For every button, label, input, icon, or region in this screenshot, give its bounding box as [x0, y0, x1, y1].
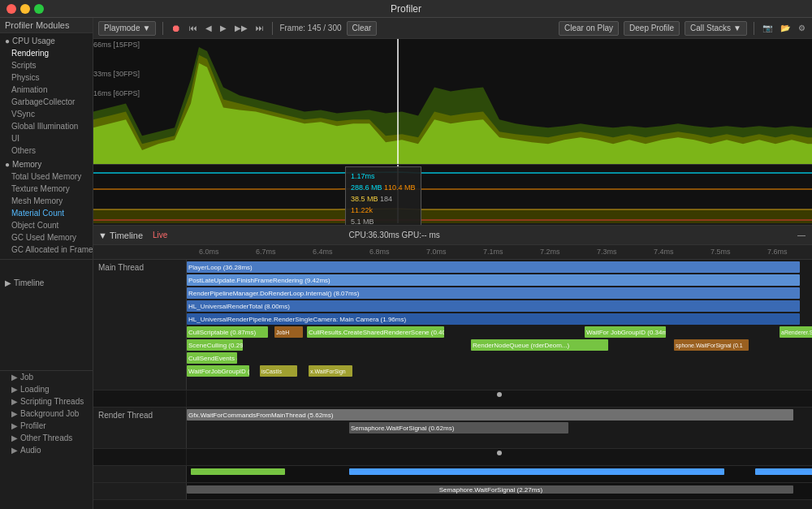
sidebar-item-vsync[interactable]: VSync [0, 108, 93, 120]
memory-chart[interactable]: 1.17ms 288.6 MB 110.4 MB 38.5 MB 184 11.… [93, 165, 812, 223]
bar-playerloop[interactable]: PlayerLoop (36.28ms) [187, 261, 800, 273]
timeline-section-label[interactable]: ▶ Timeline [0, 275, 93, 289]
bar-renderpipeline[interactable]: RenderPipelineManager.DoRenderLoop.Inter… [187, 287, 800, 299]
gap-label [93, 390, 187, 407]
sidebar-item-material-count[interactable]: Material Count [0, 207, 93, 219]
sidebar-item-profiler[interactable]: ▶Profiler [0, 420, 93, 432]
sidebar-item-gc[interactable]: GarbageCollector [0, 96, 93, 108]
maximize-button[interactable] [34, 4, 44, 14]
bar-job-1[interactable] [191, 468, 285, 475]
sidebar-item-scripts[interactable]: Scripts [0, 59, 93, 71]
toolbar-sep-1 [162, 22, 163, 35]
minimize-button[interactable] [20, 4, 30, 14]
sidebar-item-mesh-memory[interactable]: Mesh Memory [0, 195, 93, 207]
frame-label: Frame: 145 / 300 [279, 24, 341, 32]
sidebar-item-total-memory[interactable]: Total Used Memory [0, 170, 93, 183]
timeline-collapse-button[interactable]: — [796, 231, 807, 239]
bar-cullresults[interactable]: CullResults.CreateSharedRendererScene (0… [307, 326, 444, 338]
job-track-content[interactable] [187, 466, 812, 482]
bar-waitforjob2[interactable]: WaitForJobGroupID (0.18ms) [187, 365, 249, 377]
call-stacks-button[interactable]: Call Stacks ▼ [685, 21, 747, 36]
bar-semaphore[interactable]: Semaphore.WaitForSignal (0.62ms) [349, 422, 568, 434]
bar-iscastis[interactable]: isCastIs [260, 365, 297, 377]
expand-indicator[interactable] [497, 392, 502, 397]
sidebar-item-gc-used[interactable]: GC Used Memory [0, 231, 93, 244]
settings-button[interactable]: ⚙ [797, 24, 807, 32]
clear-on-play-button[interactable]: Clear on Play [559, 21, 619, 36]
sidebar-item-gi[interactable]: Global Illumination [0, 120, 93, 132]
memory-section[interactable]: ● Memory [0, 157, 93, 170]
playmode-button[interactable]: Playmode ▼ [98, 21, 156, 36]
fps-15-label: 16ms [60FPS] [93, 89, 140, 97]
render-thread-content[interactable]: Gfx.WaitForCommandsFromMainThread (5.62m… [187, 408, 812, 448]
tick-6: 7.2ms [540, 248, 560, 256]
bar-jobhandle[interactable]: JobH [274, 326, 303, 338]
timeline-section-text: Timeline [14, 278, 44, 287]
bar-semaphore-bottom[interactable]: Semaphore.WaitForSignal (2.27ms) [187, 485, 793, 494]
bar-gfx-wait[interactable]: Gfx.WaitForCommandsFromMainThread (5.62m… [187, 409, 793, 421]
close-button[interactable] [6, 4, 16, 14]
sidebar-item-rendering[interactable]: Rendering [0, 47, 93, 59]
sidebar-item-physics[interactable]: Physics [0, 71, 93, 84]
fps-30-label: 33ms [30FPS] [93, 70, 140, 78]
bar-xwaitforsign[interactable]: x.WaitForSign [309, 365, 352, 377]
bar-sceneculling[interactable]: SceneCulling (0.29ms) [187, 339, 243, 351]
cpu-chart[interactable]: 66ms [15FPS] 33ms [30FPS] 16ms [60FPS] [93, 39, 812, 165]
sidebar-header-label: Profiler Modules [5, 20, 69, 30]
sidebar-item-other-threads[interactable]: ▶Other Threads [0, 432, 93, 444]
mesh-memory-fill [93, 209, 812, 223]
cpu-chart-svg [93, 39, 812, 164]
expand-indicator-2[interactable] [497, 451, 502, 455]
bar-postlateupdate[interactable]: PostLateUpdate.FinishFrameRendering (9.4… [187, 274, 800, 286]
bar-cull-scriptable[interactable]: CullScriptable (0.87ms) [187, 326, 268, 338]
memory-chart-svg [93, 165, 812, 223]
sidebar-item-background-job[interactable]: ▶Background Job [0, 408, 93, 420]
profiler-track-content[interactable]: Semaphore.WaitForSignal (2.27ms) [187, 483, 812, 499]
sidebar-item-loading[interactable]: ▶Loading [0, 383, 93, 395]
deep-profile-button[interactable]: Deep Profile [624, 21, 680, 36]
step-forward-button[interactable]: ▶▶ [233, 24, 249, 32]
profiler-track-label [93, 483, 187, 499]
sidebar-item-object-count[interactable]: Object Count [0, 219, 93, 231]
bar-cullsendevents[interactable]: CullSendEvents (0.23ms) [187, 352, 237, 364]
sidebar-item-texture-memory[interactable]: Texture Memory [0, 183, 93, 195]
timeline-content[interactable]: Main Thread PlayerLoop (36.28ms) PostLat… [93, 260, 812, 509]
gap-content [187, 390, 812, 407]
cpu-section-label: CPU Usage [12, 37, 55, 45]
timeline-title: ▼ Timeline [98, 231, 143, 240]
cpu-section-icon: ● [5, 37, 10, 45]
main-thread-content[interactable]: PlayerLoop (36.28ms) PostLateUpdate.Fini… [187, 260, 812, 390]
job-track [93, 466, 812, 483]
sidebar-item-scripting-threads[interactable]: ▶Scripting Threads [0, 395, 93, 408]
render-thread-track: Render Thread Gfx.WaitForCommandsFromMai… [93, 408, 812, 449]
bar-hl-render-total[interactable]: HL_UniversalRenderTotal (8.00ms) [187, 300, 800, 312]
cpu-usage-section[interactable]: ● CPU Usage [0, 33, 93, 47]
clear-button[interactable]: Clear [347, 21, 378, 36]
expand-label [93, 449, 187, 465]
title-bar: Profiler [0, 0, 812, 18]
content-area: Playmode ▼ ⏺ ⏮ ◀ ▶ ▶▶ ⏭ Frame: 145 / 300… [93, 18, 812, 509]
sidebar-item-others[interactable]: Others [0, 145, 93, 157]
bar-sphone-wait[interactable]: sphone.WaitForSignal (0.1 [674, 339, 749, 351]
gap-track [93, 390, 812, 408]
sidebar-item-animation[interactable]: Animation [0, 84, 93, 96]
sidebar-item-gc-alloc[interactable]: GC Allocated in Frame [0, 244, 93, 256]
next-frame-button[interactable]: ⏭ [254, 24, 266, 32]
tick-8: 7.4ms [654, 248, 674, 256]
sidebar-item-audio[interactable]: ▶Audio [0, 444, 93, 456]
prev-frame-button[interactable]: ⏮ [188, 24, 199, 32]
bar-job-2[interactable] [349, 468, 724, 475]
bar-rendernode[interactable]: RenderNodeQueue (rderDeom...) [471, 339, 608, 351]
sidebar-item-job[interactable]: ▶Job [0, 371, 93, 383]
bar-job-3[interactable] [755, 468, 812, 475]
record-button[interactable]: ⏺ [170, 23, 183, 34]
bar-waitforjob[interactable]: WaitFor JobGroupID (0.34ms) [585, 326, 666, 338]
sidebar-item-ui[interactable]: UI [0, 132, 93, 145]
tick-10: 7.6ms [767, 248, 788, 256]
bar-hl-render-single[interactable]: HL_UniversalRenderPipeline.RenderSingleC… [187, 313, 800, 325]
load-button[interactable]: 📂 [779, 24, 792, 32]
bar-arenderer[interactable]: aRenderer.Set ScriptableRenderer.Execute [780, 326, 812, 338]
screenshot-button[interactable]: 📷 [761, 24, 774, 32]
step-back-button[interactable]: ◀ [204, 24, 214, 32]
play-button[interactable]: ▶ [218, 24, 228, 32]
